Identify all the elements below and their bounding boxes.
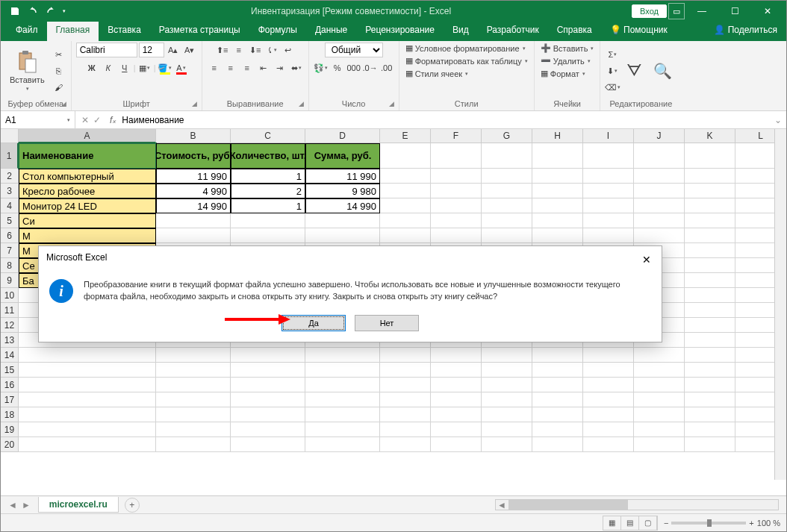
cancel-formula-icon[interactable]: ✕ [81, 115, 89, 125]
cell[interactable] [634, 422, 685, 437]
cell[interactable] [431, 228, 482, 243]
row-header-14[interactable]: 14 [1, 348, 19, 363]
ribbon-options-icon[interactable]: ▭ [668, 3, 685, 19]
cell[interactable] [305, 213, 380, 228]
cell[interactable] [532, 392, 583, 407]
cell[interactable]: 2 [231, 184, 305, 198]
cell[interactable] [482, 169, 532, 184]
cell[interactable] [685, 318, 735, 333]
tab-developer[interactable]: Разработчик [478, 22, 548, 41]
cell[interactable] [634, 228, 685, 243]
cell[interactable] [231, 407, 305, 422]
increase-font-icon[interactable]: A▴ [166, 43, 181, 57]
tab-help[interactable]: Справка [548, 22, 601, 41]
cell[interactable] [685, 228, 735, 243]
cell[interactable] [482, 378, 532, 392]
cell[interactable] [380, 213, 431, 228]
cell[interactable] [583, 392, 634, 407]
cell[interactable] [231, 392, 305, 407]
cell[interactable] [231, 228, 305, 243]
align-bottom-icon[interactable]: ⬇≡ [248, 43, 263, 57]
cell[interactable] [532, 407, 583, 422]
cell[interactable] [482, 184, 532, 198]
maximize-icon[interactable]: ☐ [719, 1, 750, 22]
cell[interactable]: 4 990 [156, 184, 231, 198]
cell[interactable] [19, 378, 156, 392]
cell[interactable]: Монитор 24 LED [19, 198, 156, 213]
autosum-icon[interactable]: Σ▾ [605, 47, 620, 62]
col-header-H[interactable]: H [532, 129, 583, 143]
accept-formula-icon[interactable]: ✓ [93, 115, 101, 125]
copy-icon[interactable]: ⎘ [52, 63, 66, 78]
col-header-B[interactable]: B [156, 129, 231, 143]
currency-icon[interactable]: 💱▾ [314, 60, 329, 75]
fill-icon[interactable]: ⬇▾ [605, 63, 620, 78]
cell[interactable] [431, 143, 482, 169]
page-break-view-icon[interactable]: ▢ [639, 516, 657, 530]
cell[interactable] [583, 437, 634, 452]
cell[interactable] [431, 198, 482, 213]
cell[interactable] [156, 392, 231, 407]
cell[interactable] [305, 363, 380, 378]
border-icon[interactable]: ▦▾ [137, 60, 152, 75]
new-sheet-icon[interactable]: + [125, 498, 140, 513]
cell[interactable] [532, 198, 583, 213]
sort-filter-button[interactable]: ᗊ [622, 60, 647, 82]
cell[interactable] [634, 184, 685, 198]
cell[interactable] [380, 407, 431, 422]
zoom-slider[interactable] [671, 522, 746, 525]
cell[interactable] [583, 378, 634, 392]
row-header-17[interactable]: 17 [1, 392, 19, 407]
horizontal-scrollbar[interactable]: ◄ [495, 499, 779, 510]
next-sheet-icon[interactable]: ► [22, 500, 31, 510]
cell[interactable] [583, 407, 634, 422]
font-color-icon[interactable]: A▾ [174, 60, 189, 75]
wrap-text-icon[interactable]: ↩ [281, 43, 296, 57]
cell[interactable] [431, 392, 482, 407]
cell[interactable] [380, 184, 431, 198]
row-header-6[interactable]: 6 [1, 228, 19, 243]
cell[interactable] [431, 184, 482, 198]
cell[interactable] [431, 213, 482, 228]
cell[interactable] [482, 437, 532, 452]
cell[interactable] [583, 422, 634, 437]
cell[interactable]: Количество, шт. [231, 143, 305, 169]
cell[interactable]: 1 [231, 169, 305, 184]
cell[interactable] [634, 378, 685, 392]
cell[interactable] [231, 437, 305, 452]
cell[interactable] [532, 228, 583, 243]
cell[interactable] [156, 363, 231, 378]
col-header-J[interactable]: J [634, 129, 685, 143]
cell[interactable] [532, 143, 583, 169]
cell[interactable] [685, 407, 735, 422]
cell[interactable] [305, 348, 380, 363]
fx-icon[interactable]: fₓ [107, 115, 119, 125]
cell[interactable] [156, 407, 231, 422]
cell[interactable]: Стоимость, руб. [156, 143, 231, 169]
cell[interactable] [380, 437, 431, 452]
cell[interactable] [380, 392, 431, 407]
dialog-launcher-icon[interactable]: ◢ [61, 100, 66, 107]
cell[interactable] [156, 213, 231, 228]
inc-decimal-icon[interactable]: .0→ [363, 60, 378, 75]
cell[interactable] [380, 378, 431, 392]
align-top-icon[interactable]: ⬆≡ [215, 43, 230, 57]
cell[interactable] [431, 378, 482, 392]
cell[interactable] [634, 143, 685, 169]
cell[interactable] [482, 392, 532, 407]
increase-indent-icon[interactable]: ⇥ [273, 60, 287, 75]
cell[interactable] [305, 422, 380, 437]
row-header-15[interactable]: 15 [1, 363, 19, 378]
tab-view[interactable]: Вид [444, 22, 478, 41]
undo-icon[interactable] [26, 4, 40, 18]
share-button[interactable]: 👤 Поделиться [705, 22, 786, 41]
cell[interactable] [482, 407, 532, 422]
cell[interactable] [431, 437, 482, 452]
dialog-launcher-icon[interactable]: ◢ [192, 100, 197, 107]
close-icon[interactable]: ✕ [752, 1, 783, 22]
cell[interactable] [19, 407, 156, 422]
cell[interactable] [231, 363, 305, 378]
cell[interactable] [482, 422, 532, 437]
col-header-D[interactable]: D [305, 129, 380, 143]
merge-icon[interactable]: ⬌▾ [289, 60, 304, 75]
